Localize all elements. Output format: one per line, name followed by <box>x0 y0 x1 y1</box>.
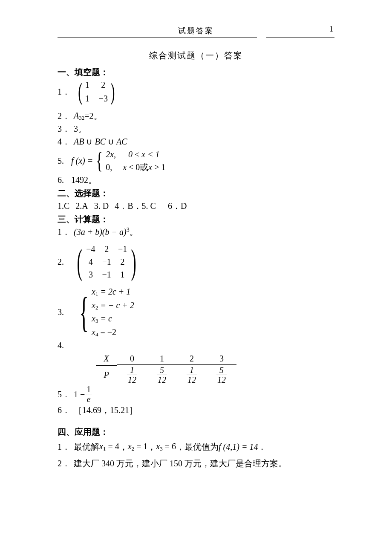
q-number: 1． <box>58 86 70 98</box>
part: AB <box>74 137 84 146</box>
cell: 3 <box>86 269 95 280</box>
tail: 。 <box>94 110 102 122</box>
cell: 1 <box>85 92 89 104</box>
calc-q5: 5． 1 − 1 e <box>58 385 334 403</box>
paren-right-icon: ) <box>131 246 136 278</box>
mc-item: 3. D <box>94 200 109 212</box>
section-calc-heading: 三、计算题： <box>58 214 334 225</box>
subscript: 32 <box>79 115 84 121</box>
system-rows: x1 = 2c + 1 x2 = − c + 2 x3 = c x4 = −2 <box>92 286 134 338</box>
tail: 。 <box>88 174 97 186</box>
tail: 。 <box>130 226 138 238</box>
cell: 2 <box>102 243 111 255</box>
superscript: 3 <box>127 227 130 233</box>
part: ∪ <box>106 137 116 146</box>
table-head-var: X <box>96 352 117 366</box>
table-row-var: P <box>96 368 117 382</box>
piecewise-row: 2x, 0 ≤ x < 1 <box>106 148 165 160</box>
page-number: 1 <box>329 25 333 34</box>
mc-item: 5. C <box>142 200 156 212</box>
fill-q5: 5. f (x) = { 2x, 0 ≤ x < 1 0, x < 0或x > … <box>58 148 334 173</box>
paren-left-icon: ( <box>77 246 82 278</box>
calc-q3: 3. { x1 = 2c + 1 x2 = − c + 2 x3 = c x4 … <box>58 286 334 338</box>
paren-left-icon: ( <box>78 81 82 102</box>
lhs: f (x) = <box>71 155 93 167</box>
matrix-3x3: ( −4 4 3 2 −1 −1 −1 2 1 ) <box>74 243 139 280</box>
tail: ． <box>258 441 266 453</box>
part: AC <box>116 137 127 146</box>
comma: ， <box>176 441 184 453</box>
calc-q4: 4. <box>58 339 334 351</box>
matrix-2x2: ( 1 1 2 −3 ) <box>76 79 117 104</box>
cell: −1 <box>118 243 127 255</box>
eq-row: x3 = c <box>92 312 134 325</box>
section-app-heading: 四、应用题： <box>58 426 334 438</box>
cell: 2 <box>118 256 127 268</box>
q-number: 5. <box>58 155 68 167</box>
cell: 4 <box>86 256 95 268</box>
cond: x < 0或x > 1 <box>123 162 165 172</box>
var-assign: x3 = 6 <box>156 440 176 453</box>
cell: 2 <box>99 79 108 91</box>
x-value: 1 <box>147 353 177 365</box>
section-choice-heading: 二、选择题： <box>58 188 334 199</box>
piece: 0, <box>106 162 112 172</box>
q-number: 2． <box>58 457 70 469</box>
mc-item: 4．B． <box>115 200 141 212</box>
calc-q2: 2. ( −4 4 3 2 −1 −1 −1 2 1 ) <box>58 243 334 280</box>
cell: 1 <box>118 269 127 280</box>
text: 建大厂 340 万元，建小厂 150 万元，建大厂是合理方案。 <box>74 457 287 469</box>
eq-row: x2 = − c + 2 <box>92 299 134 312</box>
lead: 1 − <box>74 388 85 400</box>
expr: (3a + b)(b − a)3 <box>74 226 130 238</box>
matrix-cells: −4 4 3 2 −1 −1 −1 2 1 <box>86 243 127 280</box>
fraction: 1 e <box>86 385 92 403</box>
piece: 2x, <box>106 150 116 159</box>
eq-row: x4 = −2 <box>92 326 134 338</box>
q-number: 2. <box>58 256 68 268</box>
q-number: 5． <box>58 388 70 400</box>
cell: −1 <box>102 269 111 280</box>
app-q1: 1． 最优解 x1 = 4 ， x2 = 1 ， x3 = 6 ， 最优值为 f… <box>58 440 334 453</box>
part: BC <box>95 137 106 146</box>
header-label: 试题答案 <box>178 26 214 35</box>
q-number: 4． <box>58 136 70 147</box>
cell: 1 <box>85 79 89 91</box>
value: 2 <box>89 110 94 122</box>
fill-q4: 4． AB ∪ BC ∪ AC <box>58 136 334 147</box>
paren-right-icon: ) <box>110 81 115 102</box>
func-value: f (4,1) = 14 <box>219 441 258 453</box>
tail: 。 <box>78 123 86 135</box>
denominator: e <box>86 395 92 403</box>
numerator: 1 <box>86 385 92 393</box>
app-q2: 2． 建大厂 340 万元，建小厂 150 万元，建大厂是合理方案。 <box>58 457 334 469</box>
piecewise-row: 0, x < 0或x > 1 <box>106 161 165 173</box>
p-value: 512 <box>207 366 236 384</box>
value: 1492 <box>71 174 88 186</box>
mc-item: 6．D <box>168 200 187 212</box>
q-number: 4. <box>58 339 68 351</box>
p-value: 112 <box>177 366 207 384</box>
q-number: 3． <box>58 123 70 135</box>
piecewise: { 2x, 0 ≤ x < 1 0, x < 0或x > 1 <box>94 148 165 173</box>
comma: ， <box>147 441 156 453</box>
text: 最优解 <box>74 441 99 453</box>
header-rule <box>58 38 334 38</box>
x-value: 3 <box>207 353 236 365</box>
probability-table: X 0 1 2 3 P 112 512 112 512 <box>96 352 334 384</box>
calc-q1: 1． (3a + b)(b − a)3 。 <box>58 226 334 238</box>
q-number: 1． <box>58 226 70 238</box>
document-title: 综合测试题（一）答案 <box>58 50 334 61</box>
q-number: 2． <box>58 110 70 122</box>
eq-row: x1 = 2c + 1 <box>92 286 134 298</box>
mc-item: 2.A <box>75 200 88 212</box>
var-assign: x2 = 1 <box>128 440 148 453</box>
brace-left-icon: { <box>79 294 89 330</box>
q-number: 6． <box>58 404 70 416</box>
x-value: 2 <box>177 353 207 365</box>
interval: ［14.69，15.21］ <box>74 404 138 416</box>
p-value: 112 <box>117 366 147 384</box>
expr: A32 <box>74 110 84 122</box>
expr: AB ∪ BC ∪ AC <box>74 136 127 147</box>
header-rule-gap <box>257 38 266 39</box>
